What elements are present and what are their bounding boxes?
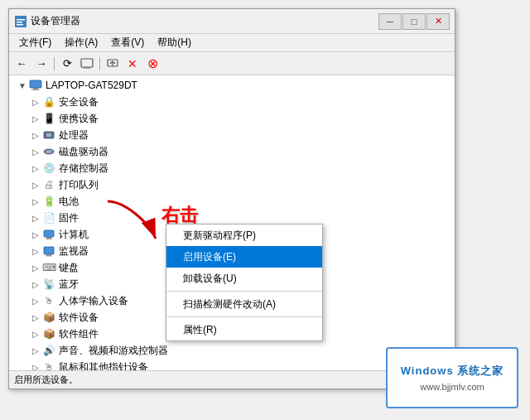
device-icon: 🖨 (42, 178, 55, 191)
device-icon: 📦 (42, 327, 55, 340)
ctx-properties[interactable]: 属性(R) (166, 319, 322, 340)
svg-rect-3 (17, 24, 23, 26)
expand-icon: ▷ (29, 294, 42, 307)
svg-rect-9 (30, 80, 41, 88)
expand-icon: ▷ (29, 278, 42, 291)
expand-icon: ▷ (29, 112, 42, 125)
window-icon (14, 15, 27, 28)
svg-rect-21 (46, 256, 52, 257)
context-menu[interactable]: 更新驱动程序(P) 启用设备(E) 卸载设备(U) 扫描检测硬件改动(A) 属性… (166, 224, 323, 341)
list-item[interactable]: ▷ 💿 存储控制器 (9, 160, 455, 176)
list-item[interactable]: ▷ 🔋 电池 (9, 193, 455, 210)
svg-rect-18 (46, 239, 52, 239)
expand-icon: ▷ (29, 244, 42, 258)
watermark-url: www.bjjmlv.com (420, 382, 484, 392)
svg-point-15 (46, 150, 52, 153)
expand-icon: ▷ (29, 228, 42, 241)
item-label: 磁盘驱动器 (59, 145, 108, 159)
expand-icon: ▷ (29, 344, 42, 357)
item-label: 软件组件 (59, 327, 99, 341)
item-label: 键盘 (59, 261, 79, 275)
svg-rect-1 (17, 19, 25, 21)
svg-rect-19 (44, 247, 54, 254)
expand-icon: ▷ (29, 311, 42, 324)
svg-rect-13 (46, 133, 51, 137)
expand-icon: ▷ (29, 211, 42, 224)
ctx-enable-device[interactable]: 启用设备(E) (166, 246, 322, 268)
item-label: 固件 (59, 211, 79, 225)
computer-icon (29, 79, 42, 92)
expand-icon: ▷ (29, 195, 42, 208)
item-label: 安全设备 (59, 95, 99, 109)
item-label: 电池 (59, 195, 79, 209)
item-label: 声音、视频和游戏控制器 (59, 344, 168, 358)
device-icon: 📡 (42, 278, 55, 291)
device-icon: 📱 (42, 112, 55, 125)
tree-root[interactable]: ▼ LAPTOP-GAT529DT (9, 77, 455, 94)
item-label: 存储控制器 (59, 162, 108, 176)
menu-action[interactable]: 操作(A) (58, 34, 104, 51)
expand-icon: ▷ (29, 327, 42, 340)
item-label: 软件设备 (59, 311, 99, 325)
item-label: 打印队列 (59, 178, 99, 192)
item-label: 鼠标和其他指针设备 (59, 360, 148, 371)
item-label: 人体学输入设备 (59, 294, 128, 308)
svg-rect-17 (46, 237, 51, 239)
device-icon: 🔊 (42, 344, 55, 357)
device-icon: 💿 (42, 162, 55, 175)
expand-icon: ▷ (29, 261, 42, 274)
ctx-uninstall-device[interactable]: 卸载设备(U) (166, 268, 322, 289)
expand-icon: ▷ (29, 145, 42, 158)
ctx-separator (166, 291, 322, 292)
close-button[interactable]: ✕ (426, 13, 450, 30)
expand-icon: ▷ (29, 128, 42, 142)
device-icon: 📦 (42, 311, 55, 324)
expand-icon: ▷ (29, 178, 42, 191)
device-icon: 📄 (42, 211, 55, 224)
window-title: 设备管理器 (31, 14, 378, 28)
svg-rect-4 (81, 59, 93, 67)
expand-icon: ▷ (29, 162, 42, 175)
toolbar-separator-1 (54, 57, 55, 70)
properties-button[interactable]: ⊗ (143, 55, 161, 73)
svg-rect-6 (83, 68, 91, 69)
update-driver-button[interactable] (104, 55, 122, 73)
expand-root-icon: ▼ (16, 79, 29, 92)
device-icon: 🔒 (42, 95, 55, 109)
refresh-button[interactable]: ⟳ (58, 55, 76, 73)
menu-bar: 文件(F) 操作(A) 查看(V) 帮助(H) (9, 34, 455, 52)
menu-view[interactable]: 查看(V) (104, 34, 151, 51)
list-item[interactable]: ▷ 🖨 打印队列 (9, 176, 455, 193)
forward-button[interactable]: → (32, 55, 51, 73)
expand-icon: ▷ (29, 360, 42, 370)
list-item[interactable]: ▷ 磁盘驱动器 (9, 143, 455, 160)
item-label: 蓝牙 (59, 278, 79, 292)
menu-help[interactable]: 帮助(H) (151, 34, 198, 51)
device-manager-button[interactable] (78, 55, 96, 73)
expand-icon: ▷ (29, 95, 42, 109)
device-icon (42, 145, 55, 158)
maximize-button[interactable]: □ (402, 13, 426, 30)
list-item[interactable]: ▷ 📱 便携设备 (9, 110, 455, 127)
item-label: 计算机 (59, 228, 89, 242)
device-icon (42, 244, 55, 258)
back-button[interactable]: ← (12, 55, 31, 73)
device-icon (42, 228, 55, 241)
menu-file[interactable]: 文件(F) (12, 34, 58, 51)
list-item[interactable]: ▷ 处理器 (9, 127, 455, 143)
title-bar: 设备管理器 ─ □ ✕ (9, 9, 455, 34)
device-icon (42, 128, 55, 142)
svg-rect-10 (33, 88, 38, 89)
svg-rect-16 (44, 230, 54, 237)
svg-rect-2 (17, 22, 22, 23)
watermark-logo: Windows 系统之家 (401, 364, 504, 379)
svg-rect-11 (31, 89, 40, 90)
root-label: LAPTOP-GAT529DT (46, 80, 137, 91)
cancel-button[interactable]: ✕ (123, 55, 142, 73)
toolbar-separator-2 (99, 57, 100, 70)
ctx-separator-2 (166, 316, 322, 317)
minimize-button[interactable]: ─ (378, 13, 402, 30)
ctx-update-driver[interactable]: 更新驱动程序(P) (166, 224, 322, 246)
ctx-scan-hardware[interactable]: 扫描检测硬件改动(A) (166, 293, 322, 315)
list-item[interactable]: ▷ 🔒 安全设备 (9, 94, 455, 110)
